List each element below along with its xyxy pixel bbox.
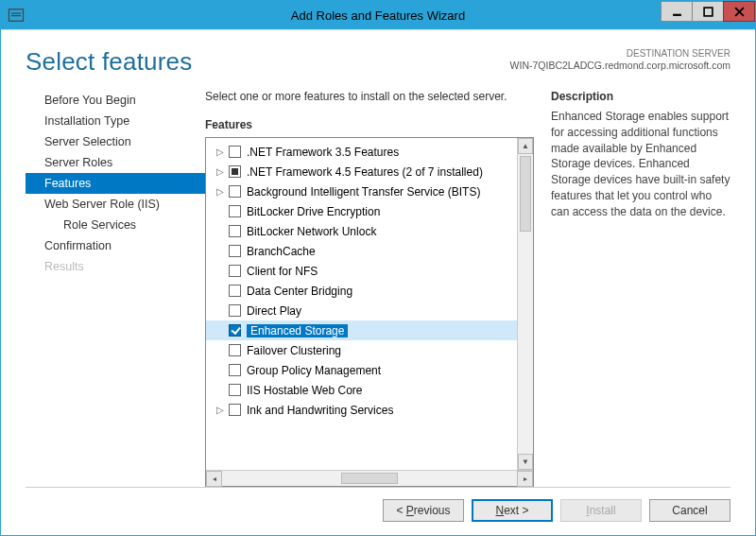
install-button[interactable]: Install — [560, 499, 642, 522]
previous-button[interactable]: < Previous — [383, 499, 464, 522]
features-label: Features — [205, 118, 534, 131]
feature-label: Enhanced Storage — [247, 324, 348, 337]
wizard-step[interactable]: Server Roles — [26, 152, 205, 173]
destination-server: DESTINATION SERVER WIN-7QIBC2LADCG.redmo… — [510, 47, 730, 73]
destination-value: WIN-7QIBC2LADCG.redmond.corp.microsoft.c… — [510, 60, 730, 73]
feature-label: BranchCache — [247, 245, 316, 258]
feature-item[interactable]: Enhanced Storage — [206, 320, 517, 340]
minimize-button[interactable] — [661, 1, 693, 22]
app-icon — [7, 6, 26, 25]
page-title: Select features — [26, 47, 192, 77]
feature-item[interactable]: Client for NFS — [206, 261, 517, 281]
feature-item[interactable]: IIS Hostable Web Core — [206, 380, 517, 400]
features-listbox[interactable]: ▷.NET Framework 3.5 Features▷.NET Framew… — [205, 137, 534, 487]
feature-item[interactable]: ▷Ink and Handwriting Services — [206, 400, 517, 420]
feature-checkbox[interactable] — [229, 265, 241, 277]
scroll-up-button[interactable]: ▲ — [518, 138, 533, 154]
cancel-button[interactable]: Cancel — [649, 499, 730, 522]
feature-item[interactable]: BranchCache — [206, 241, 517, 261]
svg-rect-3 — [673, 13, 681, 15]
feature-checkbox[interactable] — [229, 225, 241, 237]
instruction-text: Select one or more features to install o… — [205, 90, 534, 103]
hscroll-thumb[interactable] — [341, 473, 398, 484]
titlebar[interactable]: Add Roles and Features Wizard — [1, 1, 755, 29]
scroll-left-button[interactable]: ◂ — [206, 471, 222, 487]
wizard-step[interactable]: Before You Begin — [26, 90, 205, 111]
expand-icon[interactable]: ▷ — [215, 147, 225, 157]
feature-checkbox[interactable] — [229, 165, 241, 178]
feature-item[interactable]: Group Policy Management — [206, 360, 517, 380]
feature-label: Failover Clustering — [247, 344, 341, 357]
horizontal-scrollbar[interactable]: ◂ ▸ — [206, 470, 533, 486]
feature-item[interactable]: BitLocker Network Unlock — [206, 221, 517, 241]
feature-label: Client for NFS — [247, 265, 318, 278]
maximize-button[interactable] — [692, 1, 724, 22]
feature-checkbox[interactable] — [229, 285, 241, 297]
feature-label: .NET Framework 4.5 Features (2 of 7 inst… — [247, 165, 483, 179]
footer-buttons: < Previous Next > Install Cancel — [26, 487, 730, 522]
expand-icon[interactable]: ▷ — [215, 166, 225, 177]
wizard-step[interactable]: Confirmation — [26, 235, 205, 256]
description-text: Enhanced Storage enables support for acc… — [551, 109, 730, 220]
feature-label: Ink and Handwriting Services — [247, 404, 393, 417]
feature-label: .NET Framework 3.5 Features — [247, 146, 399, 159]
next-button[interactable]: Next > — [472, 499, 553, 522]
wizard-steps: Before You BeginInstallation TypeServer … — [26, 90, 205, 487]
scroll-right-button[interactable]: ▸ — [517, 471, 533, 487]
features-column: Select one or more features to install o… — [205, 90, 534, 487]
expand-icon[interactable]: ▷ — [215, 186, 225, 197]
svg-rect-1 — [11, 13, 21, 14]
close-button[interactable] — [723, 1, 755, 22]
feature-label: Background Intelligent Transfer Service … — [247, 185, 480, 199]
feature-item[interactable]: ▷.NET Framework 4.5 Features (2 of 7 ins… — [206, 162, 517, 182]
feature-item[interactable]: BitLocker Drive Encryption — [206, 201, 517, 221]
scroll-thumb[interactable] — [520, 156, 531, 232]
feature-label: Direct Play — [247, 304, 301, 318]
svg-rect-2 — [11, 15, 21, 16]
feature-label: BitLocker Network Unlock — [247, 225, 376, 238]
svg-rect-4 — [704, 8, 713, 16]
feature-item[interactable]: ▷Background Intelligent Transfer Service… — [206, 182, 517, 201]
scroll-down-button[interactable]: ▼ — [518, 454, 533, 470]
feature-item[interactable]: Direct Play — [206, 301, 517, 320]
feature-checkbox[interactable] — [229, 304, 241, 317]
feature-label: Group Policy Management — [247, 364, 381, 377]
feature-checkbox[interactable] — [229, 384, 241, 396]
feature-checkbox[interactable] — [229, 344, 241, 356]
wizard-step[interactable]: Server Selection — [26, 131, 205, 152]
expand-icon[interactable]: ▷ — [215, 405, 225, 415]
wizard-step[interactable]: Features — [26, 173, 205, 194]
wizard-window: Add Roles and Features Wizard Select fea… — [0, 0, 756, 536]
wizard-step[interactable]: Role Services — [26, 215, 205, 235]
wizard-step[interactable]: Installation Type — [26, 111, 205, 131]
feature-checkbox[interactable] — [229, 205, 241, 217]
vertical-scrollbar[interactable]: ▲ ▼ — [517, 138, 533, 470]
feature-label: Data Center Bridging — [247, 285, 352, 298]
feature-checkbox[interactable] — [229, 404, 241, 416]
feature-item[interactable]: ▷.NET Framework 3.5 Features — [206, 142, 517, 162]
feature-checkbox[interactable] — [229, 364, 241, 376]
wizard-step[interactable]: Web Server Role (IIS) — [26, 194, 205, 215]
feature-item[interactable]: Data Center Bridging — [206, 281, 517, 301]
feature-item[interactable]: Failover Clustering — [206, 340, 517, 360]
description-label: Description — [551, 90, 730, 103]
wizard-step: Results — [26, 256, 205, 277]
description-column: Description Enhanced Storage enables sup… — [551, 90, 730, 487]
destination-label: DESTINATION SERVER — [510, 47, 730, 60]
feature-checkbox[interactable] — [229, 185, 241, 198]
feature-label: IIS Hostable Web Core — [247, 384, 363, 397]
feature-checkbox[interactable] — [229, 146, 241, 158]
window-title: Add Roles and Features Wizard — [1, 9, 755, 23]
feature-label: BitLocker Drive Encryption — [247, 205, 380, 218]
feature-checkbox[interactable] — [229, 324, 241, 337]
feature-checkbox[interactable] — [229, 245, 241, 257]
